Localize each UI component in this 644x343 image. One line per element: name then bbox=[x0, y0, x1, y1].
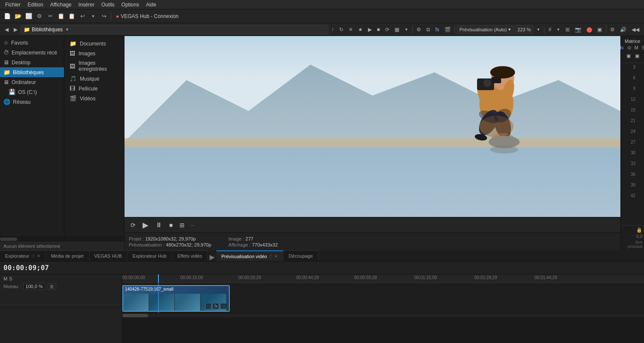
stop-button[interactable]: ✕ bbox=[346, 26, 355, 33]
left-panel-scrollbar[interactable] bbox=[0, 237, 124, 241]
record-button[interactable]: ⬤ bbox=[584, 26, 594, 33]
tab-media[interactable]: Média de projet bbox=[46, 250, 89, 261]
tab-effets-video[interactable]: Effets vidéo bbox=[172, 250, 207, 261]
menu-fichier[interactable]: Fichier bbox=[2, 1, 24, 9]
tabs-overflow-btn[interactable]: ▶ bbox=[208, 253, 216, 261]
favorites-button[interactable]: ★ bbox=[356, 26, 365, 33]
rp-grid-btn1[interactable]: ▣ bbox=[625, 53, 632, 59]
menu-outils[interactable]: Outils bbox=[98, 1, 118, 9]
redo-button[interactable]: ↪ bbox=[99, 12, 109, 21]
speaker-button[interactable]: 🔊 bbox=[618, 26, 629, 33]
grid-snap-dropdown[interactable]: ▼ bbox=[554, 27, 562, 33]
preview-stop-button[interactable]: ■ bbox=[167, 221, 174, 229]
clip-button[interactable]: 🎬 bbox=[442, 26, 453, 33]
layers-button[interactable]: ⊞ bbox=[563, 26, 572, 33]
grid-dropdown[interactable]: ▼ bbox=[402, 27, 410, 33]
tab-decoupage[interactable]: Découpage bbox=[283, 250, 318, 261]
grid-button[interactable]: ▦ bbox=[392, 26, 401, 33]
preview-loop-button[interactable]: ⟳ bbox=[129, 221, 137, 229]
camera-button[interactable]: 📷 bbox=[573, 26, 583, 33]
sidebar-item-os[interactable]: 💾 OS (C:\) bbox=[0, 87, 64, 97]
tab-preview-x[interactable]: ✕ bbox=[274, 254, 278, 259]
tab-preview-video[interactable]: Prévisualisation vidéo □ ✕ bbox=[216, 250, 284, 261]
clip-fx-btn[interactable]: fx bbox=[213, 303, 219, 309]
fx-button[interactable]: fx bbox=[433, 26, 441, 33]
clip-more-btn[interactable]: ··· bbox=[220, 303, 227, 309]
preview-play-button[interactable]: ▶ bbox=[141, 220, 150, 231]
sidebar-item-ordinateur[interactable]: 🖥 Ordinateur bbox=[0, 77, 64, 87]
toolbar-sep-1 bbox=[111, 12, 111, 20]
cut-button[interactable]: ✂ bbox=[46, 12, 55, 21]
rp-loop-btn[interactable]: ⊙ bbox=[626, 45, 632, 51]
sidebar-item-favoris[interactable]: ☆ Favoris bbox=[0, 38, 64, 48]
settings-2-button[interactable]: ⚙ bbox=[608, 26, 617, 33]
menu-edition[interactable]: Edition bbox=[24, 1, 47, 9]
video-clip[interactable]: 140428-77519;167_small □ fx ··· bbox=[122, 285, 230, 312]
menu-aide[interactable]: Aide bbox=[143, 1, 160, 9]
sep2 bbox=[455, 26, 455, 33]
stop-preview-button[interactable]: ■ bbox=[375, 26, 382, 33]
maximize-button[interactable]: ⬜ bbox=[24, 12, 33, 21]
file-item-images[interactable]: 🖼 Images bbox=[64, 48, 124, 58]
gear-button-2[interactable]: ⚙ bbox=[414, 26, 423, 33]
tab-explorateur-x[interactable]: ✕ bbox=[37, 254, 40, 258]
back-button[interactable]: ◀ bbox=[3, 26, 11, 33]
timeline-header: 00:00:09;07 bbox=[0, 262, 644, 274]
open-button[interactable]: 📂 bbox=[13, 12, 23, 21]
rp-m-btn[interactable]: M bbox=[633, 45, 640, 51]
sidebar-item-reseau[interactable]: 🌐 Réseau bbox=[0, 97, 64, 107]
copy-button-2[interactable]: ⧉ bbox=[424, 26, 432, 33]
file-item-pellicule[interactable]: 🎞 Pellicule bbox=[64, 84, 124, 93]
menu-inserer[interactable]: Insérer bbox=[75, 1, 98, 9]
hub-label[interactable]: ● VEGAS Hub - Connexion bbox=[113, 13, 181, 19]
file-item-videos[interactable]: 🎬 Vidéos bbox=[64, 93, 124, 103]
timeline-scrollbar[interactable] bbox=[122, 313, 644, 317]
tab-explorateur[interactable]: Explorateur □ ✕ bbox=[0, 250, 46, 261]
paste-button[interactable]: 📋 bbox=[67, 12, 76, 21]
os-icon: 💾 bbox=[9, 89, 15, 95]
loop-button[interactable]: ⟳ bbox=[383, 26, 392, 33]
tabs-row: Explorateur □ ✕ Média de projet VEGAS HU… bbox=[0, 250, 644, 262]
timeline-scroll-thumb[interactable] bbox=[122, 314, 148, 317]
path-selector[interactable]: 📁 Bibliothèques ▼ bbox=[21, 25, 328, 34]
up-button[interactable]: ↑ bbox=[329, 26, 336, 33]
preview-mode-selector[interactable]: Prévisualisation (Auto) ▼ bbox=[457, 25, 514, 34]
prev-arrow-button[interactable]: ◀◀ bbox=[629, 26, 641, 33]
file-item-musique[interactable]: 🎵 Musique bbox=[64, 74, 124, 84]
refresh-button[interactable]: ↻ bbox=[337, 26, 346, 33]
sidebar-item-bibliotheques[interactable]: 📁 Bibliothèques bbox=[0, 67, 64, 77]
zoom-dropdown[interactable]: ▼ bbox=[534, 27, 542, 33]
settings-button[interactable]: ⚙ bbox=[35, 12, 44, 21]
tab-explorateur-close[interactable]: □ bbox=[32, 254, 34, 258]
grid-snap-button[interactable]: # bbox=[546, 26, 553, 33]
play-preview-button[interactable]: ▶ bbox=[366, 26, 374, 33]
left-scroll-thumb[interactable] bbox=[0, 238, 17, 241]
forward-button[interactable]: ▶ bbox=[12, 26, 20, 33]
preview-frames-button[interactable]: ⊞ bbox=[178, 221, 186, 229]
ruler-mark-144: 00:01:44;29 bbox=[535, 275, 557, 280]
sidebar-item-desktop[interactable]: 🖥 Desktop bbox=[0, 57, 64, 67]
sidebar-item-recent[interactable]: ⏱ Emplacements récé bbox=[0, 48, 64, 57]
level-value: 100,0 % bbox=[23, 283, 45, 290]
menu-affichage[interactable]: Affichage bbox=[47, 1, 75, 9]
clip-resize-btn[interactable]: □ bbox=[206, 303, 211, 309]
tab-vegas-hub[interactable]: VEGAS HUB bbox=[89, 250, 128, 261]
copy-button[interactable]: 📋 bbox=[56, 12, 66, 21]
preview-pause-button[interactable]: ⏸ bbox=[154, 220, 164, 230]
tab-explorateur-hub[interactable]: Explorateur Hub bbox=[128, 250, 173, 261]
undo-dropdown[interactable]: ▼ bbox=[88, 12, 98, 21]
file-item-images-enregistrees[interactable]: 🖼 Images enregistrées bbox=[64, 58, 124, 74]
file-item-documents[interactable]: 📁 Documents bbox=[64, 39, 124, 48]
menu-options[interactable]: Options bbox=[118, 1, 143, 9]
sidebar-label-bibliotheques: Bibliothèques bbox=[13, 69, 44, 75]
tab-preview-checkbox[interactable]: □ bbox=[270, 254, 272, 259]
project-value: 1920x1080x32; 29,970p bbox=[145, 236, 196, 241]
rp-s-btn[interactable]: S bbox=[641, 45, 644, 51]
dual-monitor[interactable]: ▣ bbox=[595, 26, 604, 33]
new-button[interactable]: 📄 bbox=[3, 12, 12, 21]
rp-grid-btn2[interactable]: ▣ bbox=[634, 53, 641, 59]
tab-vegas-hub-label: VEGAS HUB bbox=[94, 253, 122, 259]
right-panel-buttons: fx ⊙ M S bbox=[623, 45, 642, 51]
undo-button[interactable]: ↩ bbox=[78, 12, 87, 21]
level-btn[interactable]: ☰ bbox=[48, 283, 56, 290]
